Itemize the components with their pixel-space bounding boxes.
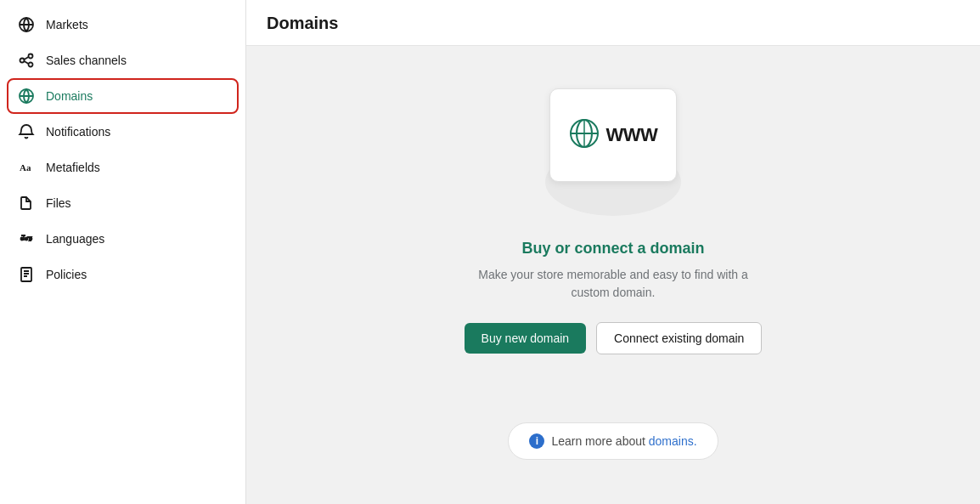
- footer-bar: i Learn more about domains.: [246, 405, 980, 477]
- svg-line-5: [25, 61, 29, 64]
- sidebar-item-sales-channels-label: Sales channels: [46, 54, 127, 67]
- learn-more-pill: i Learn more about domains.: [508, 422, 718, 460]
- svg-point-9: [21, 238, 24, 241]
- sidebar-item-languages[interactable]: Languages: [0, 221, 245, 257]
- main-header: Domains: [246, 0, 980, 46]
- page-title: Domains: [267, 14, 960, 33]
- connect-existing-domain-button[interactable]: Connect existing domain: [596, 322, 762, 354]
- buy-new-domain-button[interactable]: Buy new domain: [465, 323, 587, 354]
- sidebar: Markets Sales channels Domains: [0, 0, 246, 504]
- learn-more-prefix: Learn more about: [551, 434, 648, 448]
- sidebar-item-policies[interactable]: Policies: [0, 257, 245, 292]
- sidebar-item-notifications[interactable]: Notifications: [0, 114, 245, 150]
- action-buttons: Buy new domain Connect existing domain: [465, 322, 763, 354]
- svg-rect-11: [21, 268, 31, 281]
- sidebar-item-domains[interactable]: Domains: [0, 78, 245, 114]
- sidebar-item-metafields-label: Metafields: [46, 161, 100, 174]
- sidebar-item-files-label: Files: [46, 196, 71, 210]
- svg-line-4: [25, 57, 29, 59]
- sidebar-item-markets-label: Markets: [46, 18, 88, 31]
- learn-more-link[interactable]: domains.: [649, 434, 697, 448]
- illustration-card: WWW: [549, 88, 677, 182]
- svg-point-8: [25, 238, 28, 241]
- svg-point-2: [29, 54, 33, 59]
- sidebar-item-languages-label: Languages: [46, 232, 104, 246]
- sidebar-item-policies-label: Policies: [46, 268, 87, 281]
- domain-illustration: WWW: [537, 80, 690, 216]
- sidebar-item-markets[interactable]: Markets: [0, 7, 245, 42]
- policies-icon: [17, 265, 36, 284]
- globe-icon: [17, 87, 36, 105]
- sidebar-item-sales-channels[interactable]: Sales channels: [0, 42, 245, 78]
- bell-icon: [17, 122, 36, 141]
- files-icon: [17, 194, 36, 212]
- learn-more-text: Learn more about domains.: [551, 434, 696, 448]
- sidebar-item-domains-label: Domains: [46, 89, 93, 103]
- main-content: Domains WWW Buy or connect a domain Make…: [246, 0, 980, 504]
- info-icon: i: [529, 433, 544, 449]
- sidebar-item-files[interactable]: Files: [0, 185, 245, 221]
- metafields-icon: Aa: [17, 158, 36, 177]
- sidebar-item-metafields[interactable]: Aa Metafields: [0, 150, 245, 185]
- globe-simple-icon: [17, 15, 36, 34]
- svg-point-1: [20, 59, 25, 63]
- svg-point-3: [29, 63, 33, 67]
- www-label: WWW: [606, 124, 658, 146]
- main-body: WWW Buy or connect a domain Make your st…: [246, 46, 980, 388]
- buy-connect-subtitle: Make your store memorable and easy to fi…: [469, 266, 758, 302]
- buy-connect-title: Buy or connect a domain: [521, 240, 704, 258]
- languages-icon: [17, 229, 36, 248]
- svg-text:Aa: Aa: [20, 162, 31, 173]
- globe-colored-icon: [569, 118, 600, 152]
- sales-channels-icon: [17, 51, 36, 70]
- active-ring: [7, 78, 239, 114]
- sidebar-item-notifications-label: Notifications: [46, 125, 110, 139]
